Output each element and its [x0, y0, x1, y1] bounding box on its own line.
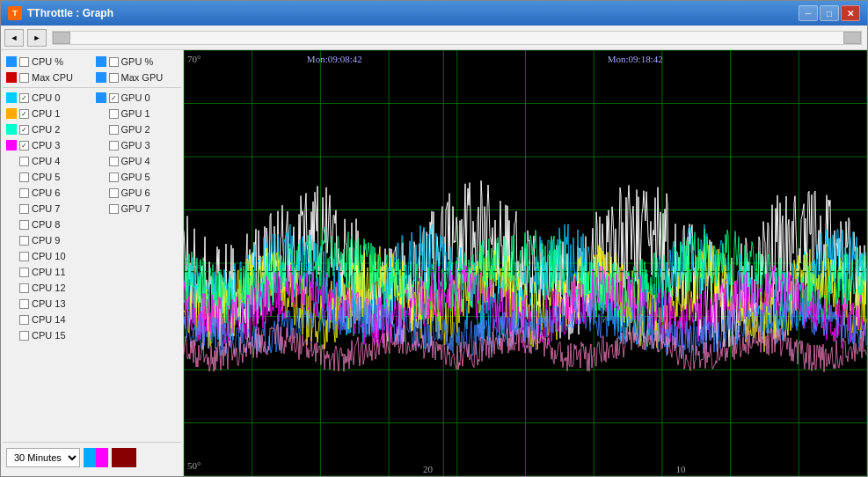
top-legend: CPU % GPU %: [3, 54, 181, 70]
gpu7-item[interactable]: GPU 7: [92, 201, 182, 216]
gpu-percent-item[interactable]: GPU %: [92, 54, 182, 70]
maximize-button[interactable]: □: [820, 5, 839, 21]
cpu-percent-color: [6, 56, 17, 67]
gpu6-check[interactable]: [109, 188, 119, 198]
cpu-col: CPU %: [3, 54, 92, 70]
gpu4-label: GPU 4: [121, 156, 150, 166]
gpu5-item[interactable]: GPU 5: [92, 169, 182, 185]
gpu0-item[interactable]: GPU 0: [92, 90, 182, 106]
cpu2-check[interactable]: [19, 125, 29, 135]
cpu15-label: CPU 15: [32, 330, 66, 341]
gpu7-check[interactable]: [109, 204, 119, 214]
gpu4-item[interactable]: GPU 4: [92, 153, 182, 169]
color-swatch-2[interactable]: [112, 448, 136, 467]
gpu5-check[interactable]: [109, 172, 119, 182]
cpu14-item[interactable]: CPU 14: [3, 312, 92, 327]
cpu1-item[interactable]: CPU 1: [3, 106, 92, 121]
cpu5-check[interactable]: [19, 172, 29, 182]
max-gpu-check[interactable]: [109, 73, 119, 83]
left-panel: CPU % GPU % Max CPU: [1, 50, 184, 476]
gpu-top-col: GPU %: [92, 54, 182, 70]
color-swatch-1[interactable]: [84, 448, 108, 467]
gpu3-check[interactable]: [109, 141, 119, 150]
cpu11-check[interactable]: [19, 268, 29, 277]
window-title: TThrottle : Graph: [27, 7, 799, 19]
cpu9-item[interactable]: CPU 9: [3, 232, 92, 248]
gpu-percent-check[interactable]: [109, 57, 119, 67]
max-gpu-label: Max GPU: [121, 72, 164, 83]
minimize-button[interactable]: ─: [799, 5, 818, 21]
app-icon: T: [8, 6, 22, 20]
cpu13-item[interactable]: CPU 13: [3, 296, 92, 312]
cpu5-item[interactable]: CPU 5: [3, 169, 92, 185]
cpu7-check[interactable]: [19, 204, 29, 214]
cpu15-color: [6, 330, 17, 341]
gpu-percent-label: GPU %: [121, 56, 154, 67]
cpu7-item[interactable]: CPU 7: [3, 201, 92, 216]
gpu0-check[interactable]: [109, 93, 119, 103]
cpu0-item[interactable]: CPU 0: [3, 90, 92, 106]
cpu14-check[interactable]: [19, 315, 29, 325]
gpu7-color: [96, 203, 106, 214]
cpu6-check[interactable]: [19, 188, 29, 198]
cpu13-check[interactable]: [19, 299, 29, 309]
cpu8-color: [6, 219, 17, 230]
scroll-thumb-right: [843, 32, 861, 44]
cpu10-color: [6, 251, 17, 261]
cpu2-item[interactable]: CPU 2: [3, 121, 92, 137]
cpu5-label: CPU 5: [32, 172, 60, 182]
gpu2-item[interactable]: GPU 2: [92, 121, 182, 137]
cpu15-item[interactable]: CPU 15: [3, 327, 92, 343]
cpu1-check[interactable]: [19, 109, 29, 119]
cpu0-check[interactable]: [19, 93, 29, 103]
scroll-track[interactable]: [52, 31, 862, 45]
cpu4-check[interactable]: [19, 157, 29, 166]
cpu10-item[interactable]: CPU 10: [3, 248, 92, 264]
cpu10-check[interactable]: [19, 252, 29, 261]
cpu-cores-col: CPU 0 CPU 1 CPU 2: [3, 90, 92, 343]
cpu3-check[interactable]: [19, 141, 29, 150]
cpu11-item[interactable]: CPU 11: [3, 264, 92, 280]
back-button[interactable]: ◄: [4, 29, 24, 47]
cpu9-label: CPU 9: [32, 235, 60, 246]
max-cpu-item[interactable]: Max CPU: [3, 70, 92, 85]
gpu0-label: GPU 0: [121, 92, 150, 103]
main-content: CPU % GPU % Max CPU: [1, 50, 867, 476]
gpu1-label: GPU 1: [121, 108, 150, 119]
gpu1-item[interactable]: GPU 1: [92, 106, 182, 121]
cpu5-color: [6, 172, 17, 182]
cpu1-color: [6, 108, 17, 119]
time-range-select[interactable]: 5 Minutes 10 Minutes 15 Minutes 30 Minut…: [6, 448, 80, 467]
gpu5-label: GPU 5: [121, 172, 150, 182]
cpu4-item[interactable]: CPU 4: [3, 153, 92, 169]
cpu10-label: CPU 10: [32, 251, 66, 261]
gpu2-check[interactable]: [109, 125, 119, 135]
gpu6-item[interactable]: GPU 6: [92, 185, 182, 201]
gpu3-color: [96, 140, 106, 150]
gpu1-color: [96, 108, 106, 119]
gpu2-label: GPU 2: [121, 124, 150, 135]
cpu9-check[interactable]: [19, 236, 29, 246]
cpu6-item[interactable]: CPU 6: [3, 185, 92, 201]
cpu3-item[interactable]: CPU 3: [3, 137, 92, 153]
gpu1-check[interactable]: [109, 109, 119, 119]
cpu7-label: CPU 7: [32, 203, 60, 214]
cpu15-check[interactable]: [19, 331, 29, 341]
close-button[interactable]: ✕: [841, 5, 860, 21]
main-window: T TThrottle : Graph ─ □ ✕ ◄ ► CP: [0, 0, 868, 477]
cpu12-color: [6, 283, 17, 293]
max-gpu-item[interactable]: Max GPU: [92, 70, 182, 85]
cpu8-item[interactable]: CPU 8: [3, 216, 92, 232]
cpu-percent-item[interactable]: CPU %: [3, 54, 92, 70]
gpu4-check[interactable]: [109, 157, 119, 166]
cpu12-item[interactable]: CPU 12: [3, 280, 92, 296]
cpu14-label: CPU 14: [32, 314, 66, 325]
cpu1-label: CPU 1: [32, 108, 60, 119]
cpu8-check[interactable]: [19, 220, 29, 230]
cpu12-check[interactable]: [19, 283, 29, 293]
max-cpu-check[interactable]: [19, 73, 29, 83]
cpu-percent-check[interactable]: [19, 57, 29, 67]
forward-button[interactable]: ►: [27, 29, 47, 47]
gpu3-item[interactable]: GPU 3: [92, 137, 182, 153]
cpu2-label: CPU 2: [32, 124, 60, 135]
